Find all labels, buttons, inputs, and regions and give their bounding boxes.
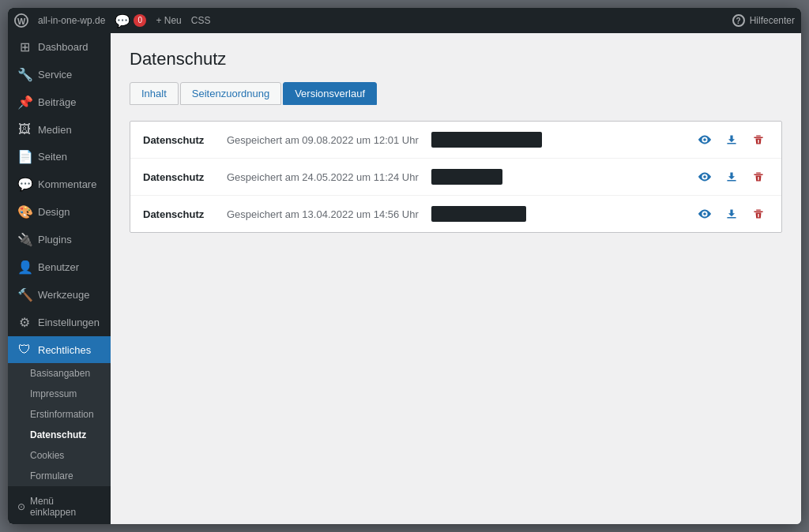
sidebar-item-plugins[interactable]: 🔌 Plugins	[8, 226, 111, 253]
view-button-3[interactable]	[694, 204, 715, 224]
sidebar-item-benutzer[interactable]: 👤 Benutzer	[8, 253, 111, 281]
sidebar-item-medien[interactable]: 🖼 Medien	[8, 116, 111, 143]
submenu-cookies[interactable]: Cookies	[8, 445, 111, 466]
user-icon: 👤	[17, 260, 32, 275]
version-actions-3	[694, 204, 769, 224]
wrench-icon: 🔧	[17, 67, 32, 82]
submenu-erstinformation[interactable]: Erstinformation	[8, 404, 111, 425]
delete-button-2[interactable]	[748, 167, 769, 187]
sidebar: ⊞ Dashboard 🔧 Service 📌 Beiträge 🖼 Medie…	[8, 33, 111, 524]
version-label-1: Datenschutz	[143, 134, 214, 146]
help-center[interactable]: Hilfecenter	[750, 15, 795, 26]
page-title: Datenschutz	[130, 49, 782, 69]
tab-inhalt[interactable]: Inhalt	[130, 82, 179, 105]
version-label-3: Datenschutz	[143, 208, 214, 220]
version-date-2: Gespeichert am 24.05.2022 um 11:24 Uhr	[227, 171, 419, 183]
submenu-basisangaben[interactable]: Basisangaben	[8, 363, 111, 384]
version-bar-2	[431, 169, 502, 185]
rechtliches-submenu: Basisangaben Impressum Erstinformation D…	[8, 363, 111, 486]
admin-bar: W all-in-one-wp.de 💬 0 + Neu CSS ? Hilfe…	[8, 8, 801, 33]
submenu-datenschutz[interactable]: Datenschutz	[8, 425, 111, 445]
screen: W all-in-one-wp.de 💬 0 + Neu CSS ? Hilfe…	[8, 8, 801, 524]
download-button-3[interactable]	[721, 204, 742, 224]
svg-text:W: W	[17, 17, 26, 26]
version-actions-2	[694, 167, 769, 187]
new-content-button[interactable]: + Neu	[156, 15, 181, 26]
image-icon: 🖼	[17, 122, 32, 137]
sidebar-item-kommentare[interactable]: 💬 Kommentare	[8, 170, 111, 198]
table-row: Datenschutz Gespeichert am 13.04.2022 um…	[130, 196, 781, 232]
sidebar-item-service[interactable]: 🔧 Service	[8, 61, 111, 88]
tab-versionsverlauf[interactable]: Versionsverlauf	[283, 82, 377, 105]
shield-icon: 🛡	[17, 343, 32, 357]
download-button-1[interactable]	[721, 129, 742, 150]
menu-collapse-button[interactable]: ⊙ Menü einklappen	[8, 489, 111, 524]
delete-button-3[interactable]	[748, 204, 769, 224]
admin-bar-right: ? Hilfecenter	[732, 14, 795, 27]
version-table: Datenschutz Gespeichert am 09.08.2022 um…	[130, 121, 782, 233]
submenu-impressum[interactable]: Impressum	[8, 384, 111, 404]
tools-icon: 🔨	[17, 287, 32, 302]
submenu-formulare[interactable]: Formulare	[8, 466, 111, 486]
collapse-icon: ⊙	[17, 501, 25, 512]
table-row: Datenschutz Gespeichert am 09.08.2022 um…	[130, 122, 781, 159]
version-label-2: Datenschutz	[143, 171, 214, 183]
sidebar-item-seiten[interactable]: 📄 Seiten	[8, 143, 111, 170]
version-actions-1	[694, 129, 769, 150]
table-row: Datenschutz Gespeichert am 24.05.2022 um…	[130, 159, 781, 196]
view-button-1[interactable]	[694, 129, 715, 150]
tab-seitenzuordnung[interactable]: Seitenzuordnung	[180, 82, 281, 105]
tabs-bar: Inhalt Seitenzuordnung Versionsverlauf	[130, 82, 782, 105]
pin-icon: 📌	[17, 95, 32, 110]
sidebar-item-design[interactable]: 🎨 Design	[8, 198, 111, 226]
bubble-icon: 💬	[17, 177, 32, 192]
download-button-2[interactable]	[721, 167, 742, 187]
delete-button-1[interactable]	[748, 129, 769, 150]
css-button[interactable]: CSS	[191, 15, 211, 26]
wp-logo[interactable]: W	[14, 13, 28, 28]
view-button-2[interactable]	[694, 167, 715, 187]
content-area: Datenschutz Inhalt Seitenzuordnung Versi…	[111, 33, 801, 524]
grid-icon: ⊞	[17, 39, 32, 54]
version-date-1: Gespeichert am 09.08.2022 um 12:01 Uhr	[227, 134, 419, 146]
sidebar-item-werkzeuge[interactable]: 🔨 Werkzeuge	[8, 281, 111, 309]
notifications[interactable]: 💬 0	[115, 13, 146, 28]
doc-icon: 📄	[17, 149, 32, 164]
sidebar-item-dashboard[interactable]: ⊞ Dashboard	[8, 33, 111, 61]
site-name[interactable]: all-in-one-wp.de	[38, 15, 105, 26]
sidebar-item-einstellungen[interactable]: ⚙ Einstellungen	[8, 309, 111, 336]
sidebar-item-beitraege[interactable]: 📌 Beiträge	[8, 88, 111, 116]
gear-icon: ⚙	[17, 315, 32, 330]
help-icon: ?	[732, 14, 745, 27]
version-bar-3	[431, 206, 526, 222]
sidebar-item-rechtliches[interactable]: 🛡 Rechtliches	[8, 336, 111, 363]
version-bar-1	[431, 132, 542, 148]
main-layout: ⊞ Dashboard 🔧 Service 📌 Beiträge 🖼 Medie…	[8, 33, 801, 524]
brush-icon: 🎨	[17, 204, 32, 219]
version-date-3: Gespeichert am 13.04.2022 um 14:56 Uhr	[227, 208, 419, 220]
plugin-icon: 🔌	[17, 232, 32, 247]
